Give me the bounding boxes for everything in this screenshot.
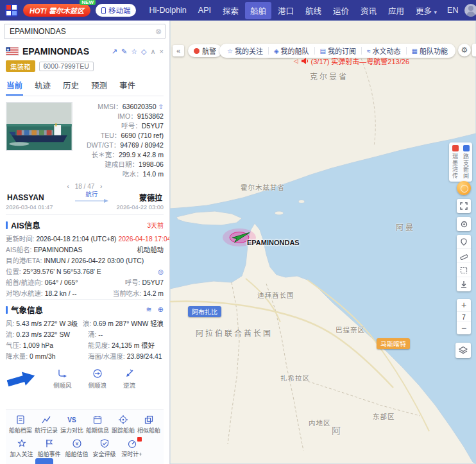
my-follows-button[interactable]: ☆我的关注 <box>222 46 268 56</box>
app-logo[interactable] <box>5 4 18 17</box>
wave-icon: ≈ <box>367 47 371 55</box>
arrival-port[interactable]: 蒙德拉 <box>139 192 162 203</box>
ais-row: AIS船名:EPAMINONDAS机动船动 <box>6 245 164 255</box>
map-label-port[interactable]: 阿布扎比 <box>188 306 221 317</box>
tab-forecast[interactable]: 预测 <box>90 76 108 96</box>
user-avatar[interactable] <box>464 4 476 17</box>
tool-safety-rating[interactable]: 安全评级 <box>90 436 118 460</box>
tool-ship-events[interactable]: 船舶事件 <box>35 436 63 460</box>
navwarning-layer-pill[interactable]: 航警 <box>188 44 222 57</box>
crosswind-icon <box>56 368 68 379</box>
tab-track[interactable]: 轨迹 <box>34 76 51 96</box>
download-map-button[interactable] <box>457 277 471 291</box>
tool-track-ship[interactable]: 跟踪船舶 <box>110 413 136 436</box>
weather-row: 降水量:0 mm/3h海面/水温度:23.89/24.41 <box>6 351 164 362</box>
tool-similar-ships[interactable]: 相似船舶 <box>136 413 162 436</box>
menu-news[interactable]: 资讯 <box>355 2 382 19</box>
hot-region-badge[interactable]: HOT! 霍尔木兹区NEW <box>23 4 90 17</box>
basemap <box>170 21 476 464</box>
next-voyage-button[interactable]: › <box>96 183 106 190</box>
star-icon: ☆ <box>227 47 233 55</box>
tool-ship-archive[interactable]: 船舶档案 <box>8 413 33 436</box>
tool-add-follow[interactable]: 加入关注 <box>8 436 35 460</box>
map-label-region: 扎希拉区 <box>280 373 310 382</box>
info-row: MMSI：636020350 ⇧ <box>78 102 164 112</box>
edge-toggle-button[interactable] <box>472 44 476 56</box>
ship-marker-label: EPAMINONDAS <box>247 239 300 246</box>
tool-voyage-record[interactable]: 航行记录 <box>33 413 59 436</box>
weather-more-icon[interactable]: ⊕ <box>158 305 164 314</box>
departure-port[interactable]: HASSYAN <box>7 193 44 202</box>
area-select-button[interactable] <box>457 263 471 277</box>
marker-tool-button[interactable] <box>457 235 471 249</box>
phone-icon <box>101 7 106 14</box>
layers-button[interactable] <box>455 343 471 358</box>
wind-direction-arrow-icon <box>5 367 38 391</box>
map-label-region: 霍尔木兹甘省 <box>241 182 285 192</box>
legend-wind: 侧顺风 <box>53 368 72 390</box>
search-input[interactable] <box>4 24 166 39</box>
menu-hi-dolphin[interactable]: Hi-Dolphin <box>144 3 191 17</box>
bottom-float-widget[interactable] <box>35 458 53 464</box>
detail-link-icon[interactable]: ⇧ <box>158 103 164 110</box>
my-fleet-button[interactable]: ◈我的船队 <box>269 46 314 56</box>
zoom-in-button[interactable]: + <box>457 299 471 311</box>
share-icon[interactable]: ↗ <box>112 47 117 56</box>
menu-ports[interactable]: 港口 <box>273 2 299 19</box>
navwarning-alert[interactable]: ◁ (3/17) 实弹射击—粤航警213/26 <box>294 56 409 66</box>
collapse-panel-icon[interactable]: ∧ <box>151 47 156 56</box>
collapse-sidebar-button[interactable]: « <box>173 45 184 56</box>
map-label-region: 内地区 <box>309 418 331 427</box>
marker-icon <box>460 238 468 246</box>
menu-api[interactable]: API <box>193 3 216 17</box>
liberia-flag-icon <box>6 47 19 56</box>
language-toggle[interactable]: EN <box>447 6 458 15</box>
tab-current[interactable]: 当前 <box>6 76 23 96</box>
clear-search-icon[interactable]: ⊗ <box>155 27 162 36</box>
zoom-out-button[interactable]: − <box>457 322 471 334</box>
favorite-star-icon[interactable]: ☆ <box>131 47 137 56</box>
map-settings-button[interactable]: ⚙ <box>458 44 471 56</box>
speaker-icon <box>301 57 309 65</box>
tool-ship-valuation[interactable]: ¥ 船舶估值 <box>63 436 90 460</box>
fleet-functions-button[interactable]: ▦船队功能 <box>407 46 453 56</box>
menu-freight[interactable]: 运价 <box>328 2 354 19</box>
menu-routes[interactable]: 航线 <box>300 2 327 19</box>
measure-tool-button[interactable] <box>457 249 471 263</box>
main-menu: Hi-Dolphin API 探索 船舶 港口 航线 运价 资讯 应用 更多 ▾ <box>144 2 442 19</box>
tool-schedule-info[interactable]: 船期信息 <box>85 413 110 436</box>
arrival-time: 2026-04-22 03:00 <box>117 204 164 211</box>
ship-photo[interactable] <box>6 102 72 151</box>
ad-icon <box>463 145 470 151</box>
activity-coin-icon[interactable] <box>457 181 471 195</box>
ship-info-list: MMSI：636020350 ⇧ IMO：9153862 呼号：D5YU7 TE… <box>78 102 164 179</box>
tab-events[interactable]: 事件 <box>119 76 136 96</box>
map-ad-widget[interactable]: 瑞墨湾传 路支新闻 <box>449 142 472 182</box>
compare-icon[interactable]: ◇ <box>141 47 146 56</box>
map-label-port[interactable]: 马斯喀特 <box>377 338 410 349</box>
locate-on-map-icon[interactable]: ◎ <box>158 266 164 277</box>
ship-name: EPAMINONDAS <box>22 46 89 56</box>
my-subscriptions-button[interactable]: ▤我的订阅 <box>315 46 361 56</box>
tool-depth-meter[interactable]: 深时计+ <box>118 436 146 460</box>
menu-more[interactable]: 更多 ▾ <box>411 2 442 19</box>
ship-tabs: 当前 轨迹 历史 预测 事件 <box>6 76 164 96</box>
close-panel-icon[interactable]: × <box>160 47 164 55</box>
locate-button[interactable] <box>457 217 471 231</box>
search-bar: ⊗ <box>0 21 169 42</box>
navbar-right: EN <box>447 4 476 17</box>
fullscreen-button[interactable] <box>457 199 471 213</box>
alert-collapse-icon[interactable]: ◁ <box>294 58 298 64</box>
tab-history[interactable]: 历史 <box>62 76 80 96</box>
wind-layer-icon[interactable]: ≋ <box>146 305 152 314</box>
menu-explore[interactable]: 探索 <box>217 2 244 19</box>
prev-voyage-button[interactable]: ‹ <box>64 183 73 190</box>
map-canvas[interactable]: 克尔曼省 霍尔木兹甘省 阿曼 迪拜酋长国 阿布扎比 阿拉伯联合酋长国 巴提奈区 … <box>170 21 476 464</box>
tool-capacity-compare[interactable]: VS 运力对比 <box>59 413 85 436</box>
hydrology-button[interactable]: ≈水文动态 <box>362 46 406 56</box>
menu-apps[interactable]: 应用 <box>383 2 409 19</box>
edit-icon[interactable]: ✎ <box>121 47 127 56</box>
menu-ships[interactable]: 船舶 <box>245 2 271 19</box>
alert-text: (3/17) 实弹射击—粤航警213/26 <box>311 56 409 66</box>
mobile-app-button[interactable]: 移动端 <box>96 4 137 17</box>
